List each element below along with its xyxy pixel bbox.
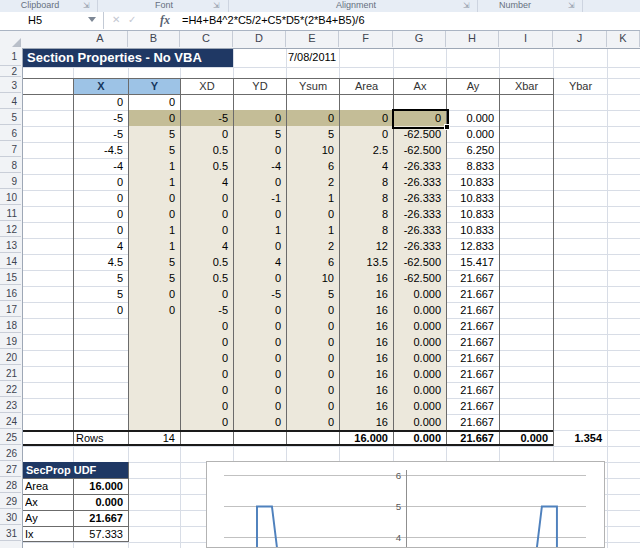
row-header-18[interactable]: 18	[0, 318, 21, 333]
cell-H21[interactable]: 21.667	[446, 366, 498, 382]
row-header-12[interactable]: 12	[0, 222, 21, 237]
cell-A10[interactable]: 0	[73, 190, 127, 206]
cell-E11[interactable]: 0	[286, 206, 338, 222]
cell-A11[interactable]: 0	[73, 206, 127, 222]
column-header-C[interactable]: C	[180, 30, 233, 47]
cell-E15[interactable]: 10	[286, 270, 338, 286]
cell-D5[interactable]: 0	[233, 110, 285, 126]
cell-D16[interactable]: -5	[233, 286, 285, 302]
row-header-21[interactable]: 21	[0, 366, 21, 381]
cell-D10[interactable]: -1	[233, 190, 285, 206]
cell-H14[interactable]: 15.417	[446, 254, 498, 270]
cell-H23[interactable]: 21.667	[446, 398, 498, 414]
cell-D11[interactable]: 0	[233, 206, 285, 222]
cell-D14[interactable]: 4	[233, 254, 285, 270]
insert-function-icon[interactable]: fx	[160, 13, 170, 28]
name-box[interactable]: H5	[0, 12, 104, 29]
cell-G10[interactable]: -26.333	[393, 190, 445, 206]
cell-C5[interactable]: -5	[180, 110, 232, 126]
name-box-dropdown-icon[interactable]	[88, 17, 96, 22]
cell-D8[interactable]: -4	[233, 158, 285, 174]
cell-F19[interactable]: 16	[339, 334, 392, 350]
cell-H20[interactable]: 21.667	[446, 350, 498, 366]
cell-C8[interactable]: 0.5	[180, 158, 232, 174]
row-header-2[interactable]: 2	[0, 67, 21, 77]
row-header-6[interactable]: 6	[0, 126, 21, 141]
cell-H16[interactable]: 21.667	[446, 286, 498, 302]
cell-G8[interactable]: -26.333	[393, 158, 445, 174]
row-header-13[interactable]: 13	[0, 238, 21, 253]
dialog-launcher-icon[interactable]: ⇲	[568, 1, 577, 10]
secprop-label-ix[interactable]: Ix	[25, 526, 72, 542]
header-cell-X[interactable]: X	[74, 79, 128, 94]
row-header-7[interactable]: 7	[0, 142, 21, 157]
cell-C11[interactable]: 0	[180, 206, 232, 222]
row-header-25[interactable]: 25	[0, 430, 21, 445]
cell-G21[interactable]: 0.000	[393, 366, 445, 382]
active-cell-selection[interactable]	[392, 109, 449, 129]
header-cell-Area[interactable]: Area	[340, 79, 393, 94]
cell-B15[interactable]: 5	[128, 270, 179, 286]
row-header-24[interactable]: 24	[0, 414, 21, 429]
row-header-26[interactable]: 26	[0, 446, 21, 461]
cell-B4[interactable]: 0	[128, 94, 179, 110]
cell-F10[interactable]: 8	[339, 190, 392, 206]
column-header-D[interactable]: D	[233, 30, 286, 47]
row-header-10[interactable]: 10	[0, 190, 21, 205]
row-header-15[interactable]: 15	[0, 270, 21, 285]
column-header-A[interactable]: A	[73, 30, 128, 47]
cell-D21[interactable]: 0	[233, 366, 285, 382]
cell-E7[interactable]: 10	[286, 142, 338, 158]
column-header-H[interactable]: H	[446, 30, 499, 47]
row-header-3[interactable]: 3	[0, 78, 21, 93]
cell-A15[interactable]: 5	[73, 270, 127, 286]
cell-B8[interactable]: 1	[128, 158, 179, 174]
sheet-title-cell[interactable]: Section Properties - No VBA	[22, 48, 233, 67]
cell-E19[interactable]: 0	[286, 334, 338, 350]
cell-D20[interactable]: 0	[233, 350, 285, 366]
cell-E24[interactable]: 0	[286, 414, 338, 430]
cell-G9[interactable]: -26.333	[393, 174, 445, 190]
cell-H10[interactable]: 10.833	[446, 190, 498, 206]
cell-H19[interactable]: 21.667	[446, 334, 498, 350]
cell-D7[interactable]: 0	[233, 142, 285, 158]
cell-D19[interactable]: 0	[233, 334, 285, 350]
secprop-value-area[interactable]: 16.000	[74, 478, 127, 494]
cell-H24[interactable]: 21.667	[446, 414, 498, 430]
cell-G12[interactable]: -26.333	[393, 222, 445, 238]
cell-D6[interactable]: 5	[233, 126, 285, 142]
secprop-label-area[interactable]: Area	[25, 478, 72, 494]
cancel-icon[interactable]: ✕	[112, 14, 120, 25]
cell-I25[interactable]: 0.000	[499, 430, 552, 446]
cell-B16[interactable]: 0	[128, 286, 179, 302]
header-cell-Ay[interactable]: Ay	[447, 79, 499, 94]
cell-E18[interactable]: 0	[286, 318, 338, 334]
cell-E6[interactable]: 5	[286, 126, 338, 142]
column-header-partial[interactable]	[607, 30, 640, 47]
cell-D9[interactable]: 0	[233, 174, 285, 190]
column-header-J[interactable]: J	[553, 30, 607, 47]
cell-B7[interactable]: 5	[128, 142, 179, 158]
cell-C15[interactable]: 0.5	[180, 270, 232, 286]
secprop-udf-header-cell[interactable]: SecProp UDF	[22, 462, 128, 478]
cell-G24[interactable]: 0.000	[393, 414, 445, 430]
header-cell-Ysum[interactable]: Ysum	[287, 79, 339, 94]
row-header-31[interactable]: 31	[0, 526, 21, 541]
cell-F7[interactable]: 2.5	[339, 142, 392, 158]
cell-C16[interactable]: 0	[180, 286, 232, 302]
cell-G13[interactable]: -26.333	[393, 238, 445, 254]
cell-C21[interactable]: 0	[180, 366, 232, 382]
header-cell-XD[interactable]: XD	[181, 79, 233, 94]
row-header-4[interactable]: 4	[0, 94, 21, 109]
cell-C10[interactable]: 0	[180, 190, 232, 206]
cell-D17[interactable]: 0	[233, 302, 285, 318]
cell-F12[interactable]: 8	[339, 222, 392, 238]
row-header-9[interactable]: 9	[0, 174, 21, 189]
row-header-19[interactable]: 19	[0, 334, 21, 349]
cell-G15[interactable]: -62.500	[393, 270, 445, 286]
cell-G18[interactable]: 0.000	[393, 318, 445, 334]
secprop-value-ax[interactable]: 0.000	[74, 494, 127, 510]
cell-C14[interactable]: 0.5	[180, 254, 232, 270]
cell-A8[interactable]: -4	[73, 158, 127, 174]
column-header-F[interactable]: F	[339, 30, 393, 47]
